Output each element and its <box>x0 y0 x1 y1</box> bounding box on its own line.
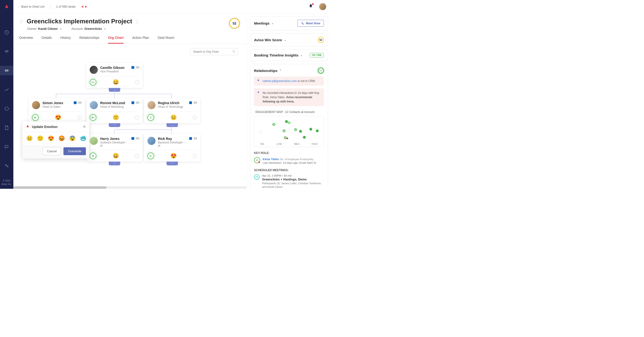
account-field[interactable]: Account: Greenclicks ▼ <box>71 27 106 30</box>
expand-toggle[interactable]: ⌄ <box>166 123 178 127</box>
collapse-toggle[interactable]: ⌃ <box>109 162 120 165</box>
collapse-toggle[interactable]: ⌃ <box>166 162 178 165</box>
chevron-up-icon[interactable]: ⌃ <box>279 69 282 72</box>
emoji-option-cold[interactable]: 🥶 <box>80 135 86 142</box>
tab-actionplan[interactable]: Action Plan <box>132 36 149 44</box>
avatar <box>90 66 98 74</box>
prev-deal-arrow[interactable]: ◀ <box>81 5 83 8</box>
alert-email-link[interactable]: valerie.p@greenclicks.com <box>262 79 297 83</box>
grade-badge: B <box>90 153 96 159</box>
org-node-simon[interactable]: Simon Jones Head of Sales B- 😍 <box>28 98 85 123</box>
emotion-emoji[interactable]: 😀 <box>112 153 119 159</box>
tab-relationships[interactable]: Relationships <box>80 36 100 44</box>
meetings-label[interactable]: Meetings <box>254 21 270 25</box>
next-deal-arrow[interactable]: ▶ <box>85 5 87 8</box>
expand-toggle[interactable]: ⌄ <box>109 88 120 92</box>
close-icon[interactable]: ✕ <box>83 124 86 129</box>
linkedin-icon[interactable] <box>131 101 134 104</box>
collapse-toggle[interactable]: ⌃ <box>109 123 120 127</box>
linkedin-icon[interactable] <box>74 101 77 104</box>
nav-files[interactable] <box>0 123 13 132</box>
emotion-emoji[interactable]: 😍 <box>170 153 177 159</box>
tab-history[interactable]: History <box>60 36 71 44</box>
emoji-option-fear[interactable]: 😨 <box>69 135 76 142</box>
tab-dealroom[interactable]: Deal Room <box>158 36 174 44</box>
nav-analytics[interactable] <box>0 85 13 94</box>
keyrole-item[interactable]: B Irena YatesDir. of Employee Productivi… <box>254 157 324 164</box>
more-options-icon[interactable]: ⋮ <box>135 19 139 24</box>
meet-now-button[interactable]: Meet Now <box>298 20 324 27</box>
linkedin-icon[interactable] <box>189 101 192 104</box>
horizontal-scrollbar[interactable] <box>13 186 246 189</box>
nav-dashboard[interactable] <box>0 28 13 37</box>
info-icon[interactable]: i <box>135 80 139 84</box>
chevron-down-icon[interactable]: ⌄ <box>272 22 274 25</box>
linkedin-icon[interactable] <box>131 137 134 140</box>
overwrite-button[interactable]: Overwrite <box>64 147 86 155</box>
axis-med: MED <box>294 143 299 145</box>
nav-settings[interactable] <box>0 161 13 171</box>
nav-sync[interactable] <box>0 104 13 113</box>
emoji-option-love[interactable]: 😍 <box>48 135 54 142</box>
tab-orgchart[interactable]: Org Chart <box>108 36 124 44</box>
relationships-card: Relationships ⌃ C+ valerie.p@greenclicks… <box>250 64 328 189</box>
notifications-icon[interactable] <box>308 4 313 9</box>
booking-label[interactable]: Booking Timeline Insights <box>254 53 298 57</box>
org-node-camille[interactable]: Camille Gibson Vice President C+ <box>86 63 143 88</box>
svg-point-2 <box>7 50 8 52</box>
info-icon[interactable]: i <box>193 115 197 120</box>
org-node-harry[interactable]: Harry Jones Software Developer - III B <box>86 134 143 162</box>
org-node-ronnie[interactable]: Ronnie McLeod Head of Marketing B+ <box>86 98 143 123</box>
topbar: ‹ Back to Deal List 1 of 560 deals ◀ ▶ <box>13 0 331 13</box>
mail-icon[interactable] <box>136 101 139 104</box>
cancel-button[interactable]: Cancel <box>42 147 61 155</box>
emoji-option-sad[interactable]: 🙁 <box>37 135 44 142</box>
favorite-star-icon[interactable]: ☆ <box>19 18 24 24</box>
info-icon[interactable]: i <box>135 154 139 158</box>
mail-icon[interactable] <box>136 66 139 69</box>
engagement-map[interactable]: N/E LOW MED HIGH <box>254 116 324 147</box>
back-to-deal-list[interactable]: ‹ Back to Deal List <box>18 5 44 8</box>
alert-crm: valerie.p@greenclicks.com is not in CRM. <box>254 76 324 85</box>
node-title: Backend Developer - III <box>158 141 186 148</box>
svg-point-3 <box>6 165 7 166</box>
org-node-regina[interactable]: Regina Ulrich Head of Technology C <box>144 98 200 123</box>
mail-icon[interactable] <box>194 101 197 104</box>
keyrole-grade: B <box>254 157 260 163</box>
winscore-label[interactable]: Aviso Win Score <box>254 38 282 42</box>
org-node-rick[interactable]: Rick Ray Backend Developer - III A- <box>144 134 200 162</box>
emoji-option-angry[interactable]: 😡 <box>58 135 65 142</box>
nav-chat[interactable] <box>0 142 13 152</box>
nav-deals[interactable] <box>0 66 13 75</box>
tab-overview[interactable]: Overview <box>19 36 33 44</box>
info-icon[interactable]: i <box>193 154 197 158</box>
nav-prospects[interactable] <box>0 47 13 56</box>
emoji-option-neutral[interactable]: 😐 <box>26 135 33 142</box>
emotion-emoji[interactable]: 😀 <box>112 79 119 85</box>
chevron-down-icon[interactable]: ⌄ <box>284 38 286 41</box>
mail-icon[interactable] <box>194 137 197 140</box>
app-logo[interactable] <box>0 0 13 13</box>
tab-details[interactable]: Details <box>42 36 52 44</box>
emotion-emoji[interactable]: 😐 <box>170 114 177 121</box>
mail-icon[interactable] <box>136 137 139 140</box>
svg-point-5 <box>233 50 235 52</box>
keyrole-header: KEY ROLE: <box>254 151 324 155</box>
node-title: Head of Marketing <box>100 105 125 108</box>
keyrole-name[interactable]: Irena Yates <box>262 157 279 161</box>
meeting-time: Apr 10, 1:00PM • 30 min <box>262 174 324 177</box>
user-avatar[interactable] <box>319 3 326 10</box>
relationships-label[interactable]: Relationships <box>254 69 278 73</box>
linkedin-icon[interactable] <box>189 137 192 140</box>
mail-icon[interactable] <box>78 101 82 104</box>
meeting-item[interactable]: Apr 10, 1:00PM • 30 min Greenclicks + Ha… <box>254 174 324 189</box>
emotion-emoji[interactable]: 🙁 <box>112 114 119 121</box>
search-input[interactable] <box>190 48 238 55</box>
linkedin-icon[interactable] <box>131 66 134 69</box>
emotion-emoji[interactable]: 😍 <box>55 114 61 121</box>
svg-rect-27 <box>256 176 258 178</box>
info-icon[interactable]: i <box>77 115 82 120</box>
owner-field[interactable]: Owner: Kandi Citizen ▼ <box>27 27 62 30</box>
info-icon[interactable]: i <box>135 115 139 120</box>
chevron-down-icon[interactable]: ⌄ <box>300 54 302 57</box>
